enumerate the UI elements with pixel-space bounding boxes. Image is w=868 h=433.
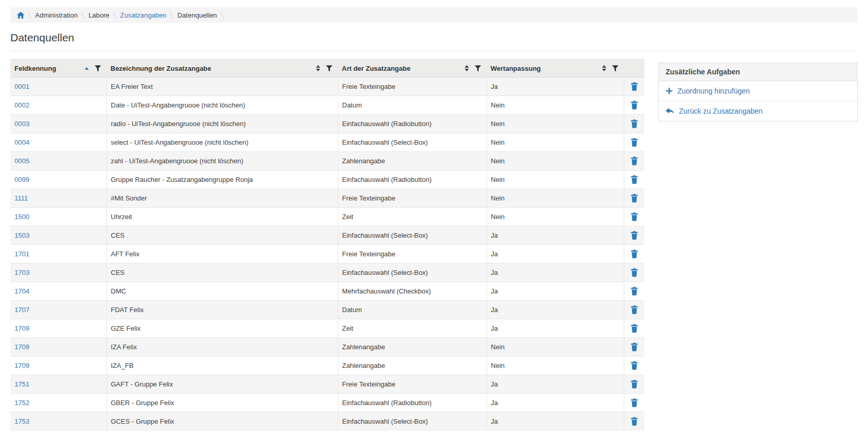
column-header-2[interactable]: Bezeichnung der Zusatzangabe xyxy=(106,59,338,78)
feldkennung-link[interactable]: 0005 xyxy=(14,157,29,165)
column-header-4[interactable]: Wertanpassung xyxy=(486,59,624,78)
breadcrumb-item-2: Labore xyxy=(88,11,109,19)
wertanpassung-cell: Nein xyxy=(486,96,624,115)
sort-both-icon xyxy=(316,65,320,71)
table-row: 0003 radio - UiTest-Angabengruooe (nicht… xyxy=(10,115,644,133)
tasks-panel-title: Zusätzliche Aufgaben xyxy=(659,63,857,81)
breadcrumb-item-4: Datenquellen xyxy=(177,11,217,19)
breadcrumb-item-3[interactable]: Zusatzangaben xyxy=(120,11,167,19)
wertanpassung-cell: Ja xyxy=(486,319,624,338)
delete-button[interactable] xyxy=(630,417,638,426)
art-cell: Zeit xyxy=(338,319,486,338)
table-row: 0005 zahl - UiTest-Angabengruooe (nicht … xyxy=(10,152,644,171)
art-cell: Einfachauswahl (Radiobutton) xyxy=(338,171,486,189)
feldkennung-link[interactable]: 1707 xyxy=(14,306,29,314)
page: Administration Labore Zusatzangaben Date… xyxy=(10,7,858,431)
art-cell: Einfachauswahl (Select-Box) xyxy=(338,133,486,152)
delete-button[interactable] xyxy=(630,287,638,296)
delete-button[interactable] xyxy=(630,119,638,128)
table-row: 1709 IZA Felix Zahlenangabe Nein xyxy=(10,338,644,357)
feldkennung-link[interactable]: 0002 xyxy=(14,101,29,109)
bezeichnung-cell: EA Freier Text xyxy=(106,78,338,96)
table-row: 1500 Uhrzeit Zeit Nein xyxy=(10,208,644,226)
home-icon[interactable] xyxy=(17,11,25,19)
table-row: 0001 EA Freier Text Freie Texteingabe Ja xyxy=(10,78,644,96)
art-cell: Einfachauswahl (Radiobutton) xyxy=(338,115,486,133)
bezeichnung-cell: GBER - Gruppe Felix xyxy=(106,394,338,412)
delete-button[interactable] xyxy=(630,212,638,221)
delete-button[interactable] xyxy=(630,250,638,258)
art-cell: Zeit xyxy=(338,208,486,226)
feldkennung-link[interactable]: 0003 xyxy=(14,120,29,128)
sort-both-icon xyxy=(465,65,469,71)
delete-button[interactable] xyxy=(630,324,638,333)
bezeichnung-cell: Date - UiTest-Angabengruooe (nicht lösch… xyxy=(106,96,338,115)
filter-icon[interactable] xyxy=(94,65,101,72)
feldkennung-link[interactable]: 1751 xyxy=(14,380,29,388)
breadcrumb-items: Administration Labore Zusatzangaben Date… xyxy=(30,11,223,19)
delete-button[interactable] xyxy=(630,194,638,203)
art-cell: Datum xyxy=(338,301,486,319)
wertanpassung-cell: Ja xyxy=(486,264,624,282)
art-cell: Freie Texteingabe xyxy=(338,189,486,208)
breadcrumb: Administration Labore Zusatzangaben Date… xyxy=(10,7,858,23)
wertanpassung-cell: Ja xyxy=(486,282,624,301)
filter-icon[interactable] xyxy=(326,65,333,72)
task-link-2[interactable]: Zurück zu Zusatzangaben xyxy=(659,101,857,121)
feldkennung-link[interactable]: 1709 xyxy=(14,324,29,332)
bezeichnung-cell: Gruppe Raucher - Zusatzangabengruppe Ron… xyxy=(106,171,338,189)
art-cell: Mehrfachauswahl (Checkbox) xyxy=(338,282,486,301)
delete-button[interactable] xyxy=(630,305,638,314)
art-cell: Einfachauswahl (Select-Box) xyxy=(338,264,486,282)
feldkennung-link[interactable]: 1503 xyxy=(14,231,29,239)
feldkennung-link[interactable]: 0004 xyxy=(14,138,29,146)
delete-button[interactable] xyxy=(630,138,638,147)
table-row: 0004 select - UiTest-Angabengruooe (nich… xyxy=(10,133,644,152)
bezeichnung-cell: radio - UiTest-Angabengruooe (nicht lösc… xyxy=(106,115,338,133)
table-row: 1704 DMC Mehrfachauswahl (Checkbox) Ja xyxy=(10,282,644,301)
reply-arrow-icon xyxy=(666,107,674,115)
feldkennung-link[interactable]: 1704 xyxy=(14,287,29,295)
delete-button[interactable] xyxy=(630,343,638,351)
feldkennung-link[interactable]: 1500 xyxy=(14,213,29,221)
breadcrumb-separator xyxy=(113,11,117,19)
bezeichnung-cell: AFT Felix xyxy=(106,245,338,264)
feldkennung-link[interactable]: 0099 xyxy=(14,176,29,183)
plus-icon xyxy=(666,87,673,95)
sort-asc-icon xyxy=(85,67,89,70)
bezeichnung-cell: GCES - Gruppe Felix xyxy=(106,412,338,431)
delete-button[interactable] xyxy=(630,398,638,407)
art-cell: Freie Texteingabe xyxy=(338,245,486,264)
feldkennung-link[interactable]: 1752 xyxy=(14,399,29,407)
wertanpassung-cell: Nein xyxy=(486,189,624,208)
table-row: 1111 #Mit Sonder Freie Texteingabe Nein xyxy=(10,189,644,208)
feldkennung-link[interactable]: 1111 xyxy=(14,194,28,202)
bezeichnung-cell: IZA Felix xyxy=(106,338,338,357)
column-header-1[interactable]: Feldkennung xyxy=(10,59,106,78)
delete-button[interactable] xyxy=(630,157,638,165)
feldkennung-link[interactable]: 0001 xyxy=(14,83,29,90)
delete-button[interactable] xyxy=(630,268,638,277)
task-link-1[interactable]: Zuordnung hinzufügen xyxy=(659,81,857,101)
table-row: 1753 GCES - Gruppe Felix Einfachauswahl … xyxy=(10,412,644,431)
delete-button[interactable] xyxy=(630,82,638,91)
feldkennung-link[interactable]: 1701 xyxy=(14,250,29,258)
wertanpassung-cell: Nein xyxy=(486,357,624,375)
feldkennung-link[interactable]: 1709 xyxy=(14,343,29,351)
delete-button[interactable] xyxy=(630,175,638,184)
delete-button[interactable] xyxy=(630,380,638,389)
feldkennung-link[interactable]: 1709 xyxy=(14,362,29,369)
breadcrumb-separator xyxy=(220,11,224,19)
bezeichnung-cell: select - UiTest-Angabengruooe (nicht lös… xyxy=(106,133,338,152)
wertanpassung-cell: Nein xyxy=(486,338,624,357)
feldkennung-link[interactable]: 1703 xyxy=(14,269,29,276)
filter-icon[interactable] xyxy=(612,65,619,72)
delete-button[interactable] xyxy=(630,101,638,110)
filter-icon[interactable] xyxy=(475,65,481,72)
delete-button[interactable] xyxy=(630,231,638,240)
feldkennung-link[interactable]: 1753 xyxy=(14,417,29,425)
bezeichnung-cell: GAFT - Gruppe Felix xyxy=(106,375,338,394)
art-cell: Freie Texteingabe xyxy=(338,375,486,394)
delete-button[interactable] xyxy=(630,361,638,370)
column-header-3[interactable]: Art der Zusatzangabe xyxy=(338,59,486,78)
